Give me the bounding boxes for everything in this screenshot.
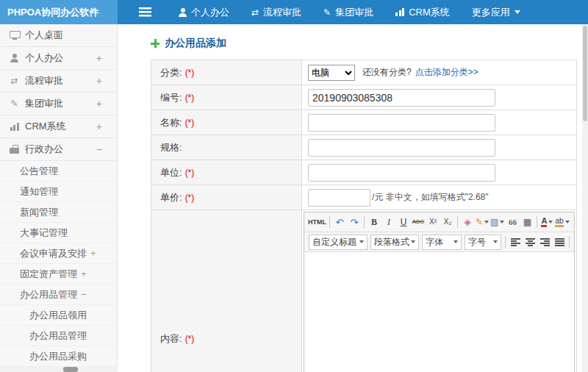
sidebar-item-supplies-manage[interactable]: 办公用品管理 xyxy=(0,326,117,346)
subscript-button[interactable]: X₂ xyxy=(441,215,454,229)
superscript-button[interactable]: X² xyxy=(426,215,440,229)
spec-label: 规格: xyxy=(160,141,182,154)
align-left-button[interactable] xyxy=(509,235,522,249)
strikethrough-button[interactable]: ABC xyxy=(412,215,425,229)
sidebar-item-announcement-mgmt[interactable]: 公告管理 xyxy=(0,161,117,182)
toolbar-separator xyxy=(364,216,365,228)
remove-format-button[interactable]: ◈ xyxy=(461,215,474,229)
sidebar-item-news-mgmt[interactable]: 新闻管理 xyxy=(0,202,117,223)
expand-toggle: + xyxy=(90,248,96,259)
sidebar-hscrollbar[interactable] xyxy=(0,367,118,372)
add-category-link[interactable]: 点击添加分类>> xyxy=(415,66,478,79)
sidebar-item-label: 行政办公 xyxy=(25,143,63,156)
unordered-list-button[interactable] xyxy=(573,235,574,249)
required-mark: (*) xyxy=(185,193,195,203)
undo-button[interactable]: ↶ xyxy=(333,215,346,229)
sidebar-item-process-approval[interactable]: ⇄ 流程审批 + xyxy=(0,70,117,93)
sidebar-item-supplies-claim[interactable]: 办公用品领用 xyxy=(0,305,117,326)
unit-input[interactable] xyxy=(308,164,495,182)
nav-group-approval[interactable]: ✎ 集团审批 xyxy=(312,0,384,24)
nav-label: 流程审批 xyxy=(263,6,301,19)
sidebar-item-personal-office[interactable]: 个人办公 + xyxy=(0,47,117,70)
page-vscrollbar-thumb[interactable] xyxy=(583,26,587,121)
font-family-select[interactable]: 字体 xyxy=(422,235,462,250)
required-mark: (*) xyxy=(185,93,195,103)
redo-button[interactable]: ↷ xyxy=(348,215,361,229)
menu-toggle-button[interactable] xyxy=(128,0,162,24)
paragraph-format-select[interactable]: 段落格式 xyxy=(370,235,419,250)
category-label: 分类: xyxy=(160,66,182,79)
custom-title-select[interactable]: 自定义标题 xyxy=(309,235,368,250)
sidebar-item-admin-office[interactable]: 行政办公 − xyxy=(0,138,117,161)
nav-more-apps[interactable]: 更多应用 xyxy=(461,0,531,24)
sidebar-item-label: 办公用品管理 xyxy=(20,288,77,301)
spec-input[interactable] xyxy=(308,139,495,157)
office-supply-form: 分类: (*) 电脑 还没有分类? 点击添加分类>> 编号: (*) 名称 xyxy=(151,60,577,372)
sidebar-item-label: 会议申请及安排 xyxy=(20,247,87,260)
form-row-unit: 单位: (*) xyxy=(151,160,576,185)
briefcase-icon xyxy=(10,145,19,154)
font-color-button[interactable]: A xyxy=(540,215,553,229)
sidebar-item-label: 通知管理 xyxy=(20,185,58,198)
html-source-button[interactable]: HTML xyxy=(308,215,326,229)
sidebar-item-meeting-request[interactable]: 会议申请及安排 + xyxy=(0,243,117,264)
chart-icon xyxy=(395,8,404,16)
sidebar-item-notice-mgmt[interactable]: 通知管理 xyxy=(0,182,117,202)
editor-toolbar-row2: 自定义标题 段落格式 字体 字号 xyxy=(304,232,574,252)
sidebar-item-fixed-assets-mgmt[interactable]: 固定资产管理 + xyxy=(0,264,117,285)
italic-button[interactable]: I xyxy=(382,215,395,229)
caret-down-icon xyxy=(453,240,458,243)
page-vscrollbar[interactable] xyxy=(582,24,588,372)
nav-process-approval[interactable]: ⇄ 流程审批 xyxy=(240,0,312,24)
nav-crm-system[interactable]: CRM系统 xyxy=(384,0,461,24)
toolbar-separator xyxy=(457,216,458,228)
price-input[interactable] xyxy=(308,189,370,207)
form-row-category: 分类: (*) 电脑 还没有分类? 点击添加分类>> xyxy=(151,60,576,85)
page-title: 办公用品添加 xyxy=(151,36,582,51)
sidebar-item-label: 公告管理 xyxy=(20,165,58,178)
nav-label: 集团审批 xyxy=(335,6,373,19)
fill-color-button[interactable]: ▨ xyxy=(490,215,504,229)
align-right-button[interactable] xyxy=(538,235,551,249)
nav-personal-office[interactable]: 个人办公 xyxy=(168,0,240,24)
expand-toggle: + xyxy=(96,121,102,132)
form-row-content: 内容: (*) HTML ↶ ↷ B I U ABC X² xyxy=(151,210,576,372)
format-painter-button[interactable]: ✎ xyxy=(476,215,489,229)
category-select[interactable]: 电脑 xyxy=(308,65,355,81)
sidebar-item-personal-desktop[interactable]: 个人桌面 xyxy=(0,24,117,47)
form-row-price: 单价: (*) /元 非中文，如填写格式"2.68" xyxy=(151,185,576,210)
name-label: 名称: xyxy=(160,116,182,129)
rich-text-editor: HTML ↶ ↷ B I U ABC X² X₂ ◈ ✎ xyxy=(304,212,575,372)
align-justify-button[interactable] xyxy=(553,235,566,249)
sidebar-item-label: 新闻管理 xyxy=(20,206,58,219)
sidebar-item-group-approval[interactable]: ✎ 集团审批 + xyxy=(0,93,117,115)
sidebar-item-label: 集团审批 xyxy=(25,97,63,110)
name-input[interactable] xyxy=(308,114,495,132)
align-center-button[interactable] xyxy=(523,235,537,249)
sidebar-item-crm-system[interactable]: CRM系统 + xyxy=(0,115,117,138)
sidebar-item-memorabilia-mgmt[interactable]: 大事记管理 xyxy=(0,223,117,243)
editor-content-area[interactable] xyxy=(304,252,574,372)
font-size-select[interactable]: 字号 xyxy=(465,235,501,250)
sidebar-item-supplies-purchase[interactable]: 办公用品采购 xyxy=(0,346,117,367)
align-justify-icon xyxy=(555,238,564,246)
bold-button[interactable]: B xyxy=(368,215,381,229)
blockquote-button[interactable]: 66 xyxy=(506,215,519,229)
highlight-color-button[interactable]: ab xyxy=(555,215,569,229)
code-input[interactable] xyxy=(308,89,495,107)
expand-toggle: + xyxy=(81,268,87,279)
caret-down-icon xyxy=(493,240,498,243)
toolbar-separator xyxy=(537,216,537,228)
editor-toolbar-row1: HTML ↶ ↷ B I U ABC X² X₂ ◈ ✎ xyxy=(304,212,574,232)
sidebar-hscrollbar-thumb[interactable] xyxy=(63,367,78,372)
sidebar-item-label: 个人桌面 xyxy=(25,29,63,42)
top-navbar: PHPOA协同办公软件 个人办公 ⇄ 流程审批 ✎ 集团审批 CRM系统 更多应… xyxy=(0,0,588,24)
underline-button[interactable]: U xyxy=(397,215,410,229)
toolbar-separator xyxy=(505,236,506,248)
person-icon xyxy=(179,8,187,17)
flow-icon: ⇄ xyxy=(251,8,259,17)
sidebar-item-office-supplies-mgmt[interactable]: 办公用品管理 − xyxy=(0,285,117,305)
content-label: 内容: xyxy=(160,332,182,346)
code-block-button[interactable]: ▦ xyxy=(520,215,534,229)
desktop-icon xyxy=(10,31,19,40)
